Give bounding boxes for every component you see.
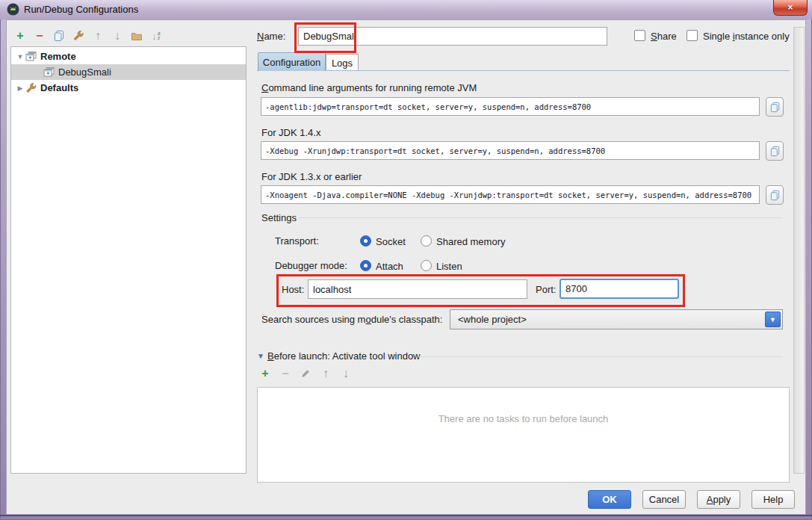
tree-item-defaults[interactable]: ▶ Defaults: [11, 80, 246, 96]
tab-underline: [257, 70, 790, 71]
wrench-icon: [72, 30, 84, 42]
debugger-attach-label[interactable]: Attach: [376, 261, 403, 272]
debugger-listen-radio[interactable]: [421, 260, 432, 271]
jdk13-label: For JDK 1.3.x or earlier: [261, 171, 362, 182]
move-up-button[interactable]: ↑: [91, 29, 105, 43]
copy-jdk13-button[interactable]: [766, 185, 784, 205]
arrow-down-icon: ↓: [343, 368, 349, 380]
search-sources-value: <whole project>: [458, 314, 527, 325]
window-title: Run/Debug Configurations: [24, 4, 138, 15]
arrow-down-icon: ↓: [114, 30, 120, 42]
configurations-tree: ▼ Remote DebugSmali ▶: [10, 46, 247, 474]
tree-item-label: Defaults: [40, 82, 78, 93]
port-label: Port:: [536, 284, 556, 295]
debugger-listen-label[interactable]: Listen: [436, 261, 462, 272]
name-label: Name:: [257, 31, 285, 42]
move-task-down-button[interactable]: ↓: [339, 367, 353, 380]
debugger-mode-label: Debugger mode:: [275, 260, 347, 271]
host-label: Host:: [282, 284, 304, 295]
debugger-attach-radio[interactable]: [360, 260, 371, 271]
close-icon: ×: [787, 2, 793, 13]
remove-task-button[interactable]: −: [279, 367, 292, 380]
sort-az-icon: az: [158, 31, 161, 40]
name-input[interactable]: [298, 27, 607, 46]
remote-config-icon: [43, 66, 55, 78]
close-button[interactable]: ×: [773, 0, 808, 16]
vertical-scrollbar[interactable]: [793, 27, 805, 474]
host-input[interactable]: [308, 279, 527, 299]
copy-icon: [53, 30, 65, 42]
create-folder-button[interactable]: [130, 29, 143, 43]
share-label[interactable]: Share: [651, 31, 677, 42]
remote-config-icon: [25, 51, 37, 63]
copy-icon: [769, 190, 781, 201]
before-launch-toolbar: + − ↑ ↓: [258, 367, 353, 380]
port-input[interactable]: [560, 279, 679, 299]
jdk14-input[interactable]: [261, 141, 760, 160]
dropdown-arrow-button[interactable]: ▼: [765, 312, 781, 327]
transport-shared-memory-label[interactable]: Shared memory: [436, 236, 505, 247]
remove-configuration-button[interactable]: −: [33, 29, 46, 43]
sort-arrow-icon: ↓: [152, 31, 157, 41]
sort-configurations-button[interactable]: ↓ az: [149, 29, 163, 43]
copy-icon: [769, 102, 781, 113]
apply-button[interactable]: Apply: [697, 490, 740, 509]
folder-icon: [131, 30, 143, 42]
plus-icon: +: [16, 30, 23, 42]
settings-divider: [298, 217, 783, 218]
cmdline-input[interactable]: [261, 97, 760, 116]
ok-button[interactable]: OK: [588, 490, 631, 509]
chevron-down-icon: ▼: [769, 316, 776, 324]
run-debug-configurations-dialog: Run/Debug Configurations × + − ↑ ↓: [0, 0, 812, 520]
single-instance-label[interactable]: Single instance only: [703, 31, 790, 42]
android-studio-icon: [7, 3, 19, 16]
expanded-triangle-icon[interactable]: ▼: [16, 53, 25, 61]
edit-defaults-button[interactable]: [72, 29, 85, 43]
move-task-up-button[interactable]: ↑: [319, 367, 332, 380]
move-down-button[interactable]: ↓: [111, 29, 124, 43]
copy-icon: [769, 146, 781, 157]
before-launch-divider: [418, 356, 783, 357]
minus-icon: −: [282, 368, 288, 380]
jdk13-input[interactable]: [261, 185, 760, 204]
copy-jdk14-button[interactable]: [766, 141, 784, 161]
minus-icon: −: [36, 30, 43, 42]
no-tasks-message: There are no tasks to run before launch: [257, 413, 790, 424]
share-checkbox[interactable]: [634, 30, 645, 41]
arrow-up-icon: ↑: [323, 368, 329, 380]
copy-cmdline-button[interactable]: [766, 97, 784, 117]
tab-configuration[interactable]: Configuration: [258, 52, 326, 71]
edit-task-button[interactable]: [299, 367, 312, 380]
copy-configuration-button[interactable]: [52, 29, 66, 43]
titlebar[interactable]: Run/Debug Configurations ×: [0, 0, 812, 19]
plus-icon: +: [261, 368, 268, 380]
help-button[interactable]: Help: [751, 490, 795, 509]
before-launch-expander-icon[interactable]: ▼: [257, 352, 264, 360]
search-sources-label: Search sources using module's classpath:: [261, 314, 442, 325]
transport-socket-label[interactable]: Socket: [376, 236, 406, 247]
arrow-up-icon: ↑: [95, 30, 101, 42]
configurations-toolbar: + − ↑ ↓ ↓ az: [13, 29, 163, 43]
jdk14-label: For JDK 1.4.x: [261, 127, 320, 138]
pencil-icon: [300, 368, 311, 379]
window-bottom-edge: [0, 515, 812, 516]
wrench-icon: [25, 82, 37, 94]
tree-item-debugsmali[interactable]: DebugSmali: [11, 64, 246, 80]
before-launch-task-list: [257, 387, 790, 483]
before-launch-title: Before launch: Activate tool window: [267, 350, 421, 362]
add-configuration-button[interactable]: +: [13, 29, 27, 43]
transport-shared-memory-radio[interactable]: [421, 235, 432, 247]
add-task-button[interactable]: +: [258, 367, 272, 380]
settings-group-label: Settings: [261, 212, 297, 223]
tree-item-label: Remote: [40, 51, 76, 62]
transport-socket-radio[interactable]: [360, 235, 371, 247]
tree-item-remote[interactable]: ▼ Remote: [11, 49, 246, 64]
cancel-button[interactable]: Cancel: [642, 490, 686, 509]
search-sources-dropdown[interactable]: <whole project> ▼: [450, 309, 783, 329]
transport-label: Transport:: [275, 235, 319, 247]
tab-logs[interactable]: Logs: [326, 54, 359, 71]
collapsed-triangle-icon[interactable]: ▶: [16, 84, 25, 92]
cmdline-label: Command line arguments for running remot…: [261, 82, 477, 93]
single-instance-checkbox[interactable]: [687, 30, 698, 41]
tree-item-label: DebugSmali: [58, 66, 111, 78]
